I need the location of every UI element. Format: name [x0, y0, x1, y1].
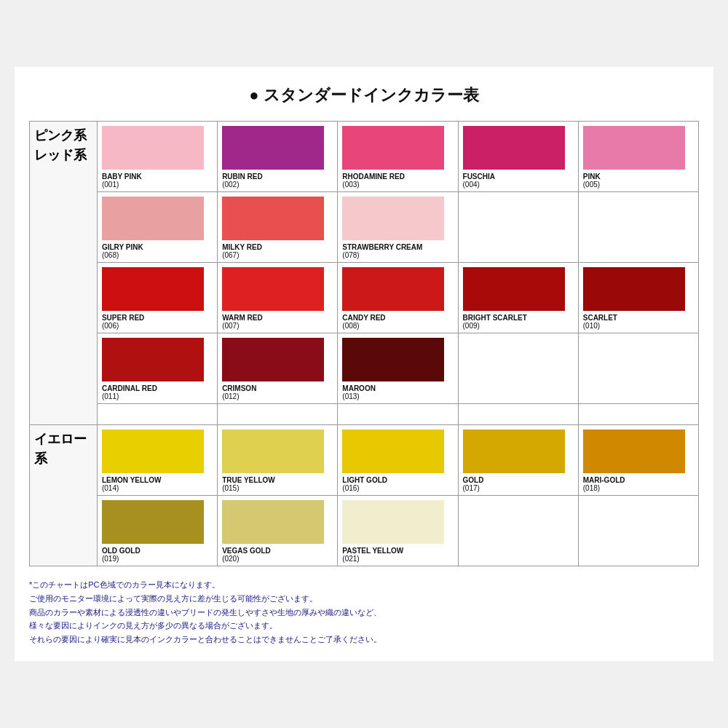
color-cell: LIGHT GOLD(016): [338, 425, 458, 496]
color-code: (004): [463, 181, 574, 189]
color-cell: BABY PINK(001): [97, 122, 217, 192]
color-swatch: [102, 430, 204, 473]
color-code: (005): [583, 181, 694, 189]
color-cell: OLD GOLD(019): [97, 496, 217, 566]
color-name: GILRY PINK: [102, 243, 213, 251]
color-swatch: [222, 267, 324, 311]
color-name: VEGAS GOLD: [222, 547, 333, 555]
color-code: (019): [102, 555, 213, 563]
color-swatch: [102, 500, 204, 544]
color-cell: STRAWBERRY CREAM(078): [338, 192, 458, 263]
footnote-line: 商品のカラーや素材による浸透性の違いやブリードの発生しやすさや生地の厚みや織の違…: [29, 606, 699, 620]
color-name: SCARLET: [583, 314, 694, 322]
color-name: BABY PINK: [102, 173, 213, 181]
color-cell: MILKY RED(067): [218, 192, 338, 263]
color-swatch: [463, 430, 565, 473]
color-code: (009): [463, 322, 574, 330]
footnote: *このチャートはPC色域でのカラー見本になります。ご使用のモニター環境によって実…: [29, 578, 699, 646]
color-name: PINK: [583, 173, 694, 181]
footnote-line: 様々な要因によりインクの見え方が多少の異なる場合がございます。: [29, 619, 699, 633]
color-cell: PINK(005): [578, 122, 698, 192]
color-code: (002): [222, 181, 333, 189]
color-code: (078): [342, 251, 453, 259]
color-swatch: [463, 126, 565, 170]
color-code: (007): [222, 322, 333, 330]
color-name: SUPER RED: [102, 314, 213, 322]
color-code: (068): [102, 251, 213, 259]
color-swatch: [222, 430, 324, 473]
category-label: イエロー系: [30, 425, 98, 566]
color-name: BRIGHT SCARLET: [463, 314, 574, 322]
color-name: LIGHT GOLD: [342, 476, 453, 484]
color-code: (008): [342, 322, 453, 330]
color-swatch: [583, 430, 685, 473]
color-cell: LEMON YELLOW(014): [97, 425, 217, 496]
color-cell: [458, 496, 578, 566]
color-code: (020): [222, 555, 333, 563]
color-name: CARDINAL RED: [102, 384, 213, 392]
color-swatch: [583, 267, 685, 311]
color-name: GOLD: [463, 476, 574, 484]
color-cell: CARDINAL RED(011): [97, 333, 217, 404]
color-name: CRIMSON: [222, 384, 333, 392]
color-name: LEMON YELLOW: [102, 476, 213, 484]
color-code: (001): [102, 181, 213, 189]
color-code: (067): [222, 251, 333, 259]
color-swatch: [222, 500, 324, 544]
color-swatch: [102, 267, 204, 311]
color-swatch: [342, 267, 444, 311]
color-cell: [458, 192, 578, 263]
color-name: OLD GOLD: [102, 547, 213, 555]
color-cell: MARI-GOLD(018): [578, 425, 698, 496]
color-swatch: [342, 126, 444, 170]
color-cell: CANDY RED(008): [338, 263, 458, 333]
color-name: STRAWBERRY CREAM: [342, 243, 453, 251]
color-name: FUSCHIA: [463, 173, 574, 181]
color-code: (006): [102, 322, 213, 330]
color-cell: BRIGHT SCARLET(009): [458, 263, 578, 333]
color-cell: PASTEL YELLOW(021): [338, 496, 458, 566]
color-cell: WARM RED(007): [218, 263, 338, 333]
color-cell: TRUE YELLOW(015): [218, 425, 338, 496]
color-swatch: [222, 197, 324, 240]
page-title: スタンダードインクカラー表: [29, 84, 699, 106]
color-name: MAROON: [342, 384, 453, 392]
color-code: (017): [463, 484, 574, 492]
color-code: (011): [102, 392, 213, 400]
color-swatch: [222, 338, 324, 381]
color-code: (021): [342, 555, 453, 563]
color-cell: [458, 333, 578, 404]
color-cell: GILRY PINK(068): [97, 192, 217, 263]
color-cell: SCARLET(010): [578, 263, 698, 333]
color-cell: RHODAMINE RED(003): [338, 122, 458, 192]
footnote-line: *このチャートはPC色域でのカラー見本になります。: [29, 578, 699, 592]
color-swatch: [342, 430, 444, 473]
color-cell: VEGAS GOLD(020): [218, 496, 338, 566]
color-cell: [578, 333, 698, 404]
color-cell: MAROON(013): [338, 333, 458, 404]
color-name: MILKY RED: [222, 243, 333, 251]
color-name: PASTEL YELLOW: [342, 547, 453, 555]
color-code: (018): [583, 484, 694, 492]
color-code: (015): [222, 484, 333, 492]
color-cell: RUBIN RED(002): [218, 122, 338, 192]
color-cell: GOLD(017): [458, 425, 578, 496]
category-label: ピンク系レッド系: [30, 122, 98, 425]
color-swatch: [583, 126, 685, 170]
color-cell: [338, 404, 458, 425]
color-cell: [218, 404, 338, 425]
color-name: RHODAMINE RED: [342, 173, 453, 181]
color-code: (012): [222, 392, 333, 400]
footnote-line: ご使用のモニター環境によって実際の見え方に差が生じる可能性がございます。: [29, 592, 699, 606]
color-cell: SUPER RED(006): [97, 263, 217, 333]
color-cell: CRIMSON(012): [218, 333, 338, 404]
color-swatch: [102, 126, 204, 170]
color-cell: FUSCHIA(004): [458, 122, 578, 192]
color-cell: [578, 496, 698, 566]
color-cell: [458, 404, 578, 425]
color-name: MARI-GOLD: [583, 476, 694, 484]
color-swatch: [342, 338, 444, 381]
color-cell: [578, 404, 698, 425]
color-cell: [97, 404, 217, 425]
color-name: WARM RED: [222, 314, 333, 322]
